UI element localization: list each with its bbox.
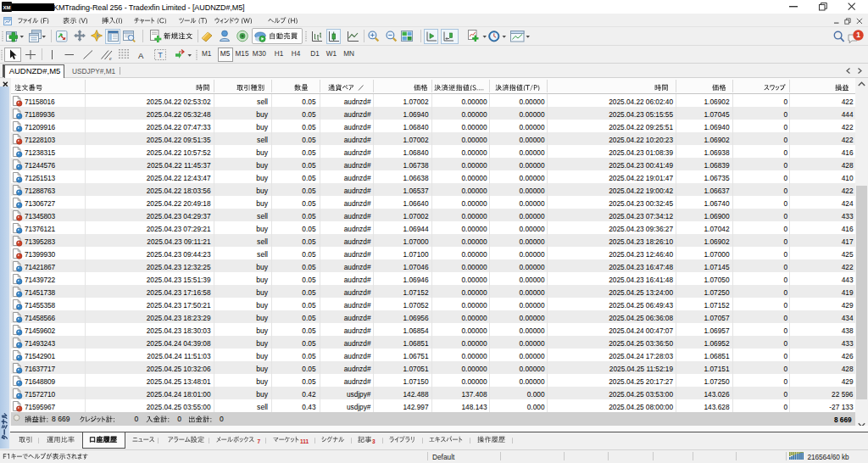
svg-text:1: 1 bbox=[856, 31, 860, 39]
svg-text:XM: XM bbox=[3, 5, 11, 10]
svg-text:e: e bbox=[109, 56, 112, 61]
svg-text:T: T bbox=[158, 51, 163, 59]
